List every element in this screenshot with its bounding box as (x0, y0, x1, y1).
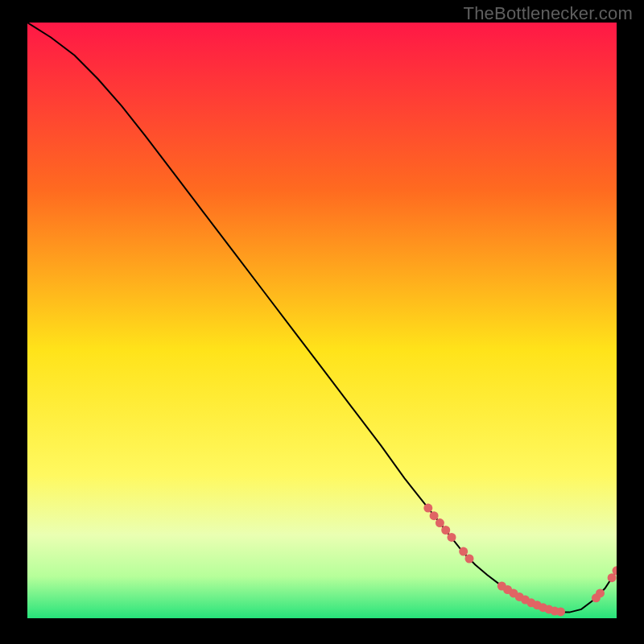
data-marker (556, 607, 565, 616)
data-marker (441, 526, 450, 535)
data-marker (430, 511, 439, 520)
plot-area (27, 23, 617, 618)
data-marker (596, 588, 605, 597)
chart-frame: TheBottlenecker.com (0, 0, 644, 644)
data-marker (436, 518, 444, 527)
watermark-text: TheBottlenecker.com (464, 3, 633, 24)
data-marker (423, 504, 432, 513)
data-marker (465, 555, 474, 564)
bottleneck-chart (27, 23, 617, 618)
data-marker (459, 547, 468, 556)
heatmap-background (27, 23, 617, 618)
data-marker (448, 533, 456, 542)
